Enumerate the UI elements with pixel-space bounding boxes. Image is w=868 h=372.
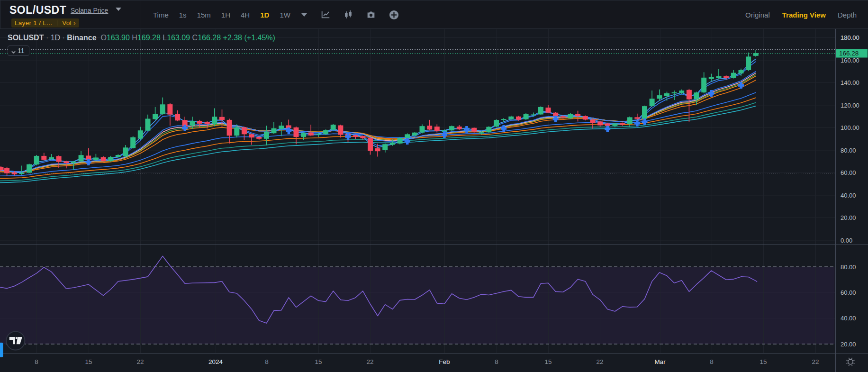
svg-text:8: 8 xyxy=(710,358,714,365)
svg-text:15: 15 xyxy=(315,358,322,365)
svg-text:60.00: 60.00 xyxy=(841,289,856,296)
svg-text:15: 15 xyxy=(85,358,92,365)
svg-text:40.00: 40.00 xyxy=(841,192,856,199)
svg-text:Feb: Feb xyxy=(439,358,450,365)
svg-text:22: 22 xyxy=(136,358,144,365)
svg-text:8: 8 xyxy=(495,358,498,365)
svg-text:80.00: 80.00 xyxy=(841,263,856,271)
svg-text:8: 8 xyxy=(265,358,269,365)
svg-text:20.00: 20.00 xyxy=(841,214,856,221)
svg-text:15: 15 xyxy=(760,358,767,365)
svg-text:180.00: 180.00 xyxy=(841,34,859,41)
svg-text:2024: 2024 xyxy=(208,358,223,365)
svg-text:22: 22 xyxy=(812,358,819,365)
svg-text:100.00: 100.00 xyxy=(841,124,859,131)
svg-text:20.00: 20.00 xyxy=(841,341,856,348)
svg-text:22: 22 xyxy=(596,358,603,365)
svg-text:15: 15 xyxy=(544,358,552,365)
svg-text:Mar: Mar xyxy=(654,358,666,365)
svg-text:160.00: 160.00 xyxy=(841,57,859,64)
svg-text:40.00: 40.00 xyxy=(841,315,856,322)
svg-text:0.00: 0.00 xyxy=(841,237,852,244)
svg-text:140.00: 140.00 xyxy=(841,79,859,86)
svg-text:60.00: 60.00 xyxy=(841,169,856,176)
svg-text:120.00: 120.00 xyxy=(841,102,859,109)
svg-text:22: 22 xyxy=(366,358,373,365)
svg-text:8: 8 xyxy=(35,358,38,365)
svg-text:80.00: 80.00 xyxy=(841,147,856,154)
svg-text:166.28: 166.28 xyxy=(839,50,859,57)
